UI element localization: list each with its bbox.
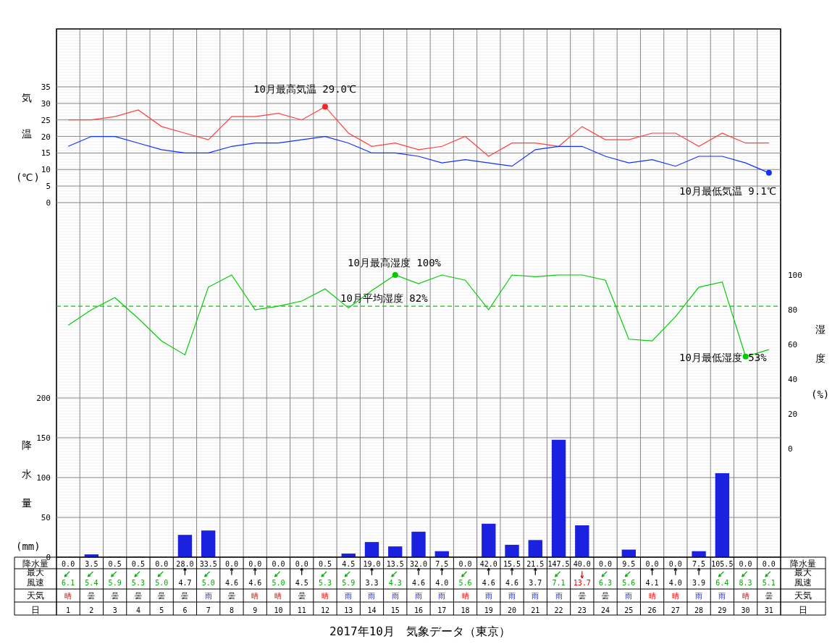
svg-text:風速: 風速 (27, 577, 44, 588)
rain-bar (552, 440, 566, 557)
weather-cell: 曇 (228, 592, 235, 600)
svg-text:25: 25 (41, 116, 51, 125)
day-cell: 27 (671, 606, 680, 614)
svg-text:気: 気 (22, 92, 32, 103)
max-temp-marker (322, 103, 328, 109)
weather-cell: 雨 (532, 592, 539, 600)
wind-cell: 5.0 (272, 579, 285, 587)
svg-text:100: 100 (788, 271, 802, 280)
day-cell: 15 (391, 606, 400, 614)
day-cell: 28 (694, 606, 703, 614)
rain-cell: 9.5 (622, 560, 635, 568)
day-cell: 10 (274, 606, 282, 614)
weather-chart: 05101520253035気温(℃)020406080100湿度(%)0501… (0, 0, 840, 644)
svg-text:(mm): (mm) (16, 541, 41, 552)
rain-cell: 0.5 (109, 560, 122, 568)
svg-text:200: 200 (36, 394, 51, 403)
wind-cell: 6.1 (62, 579, 75, 587)
day-cell: 3 (113, 606, 117, 614)
day-cell: 11 (298, 606, 306, 614)
wind-cell: 5.3 (132, 579, 145, 587)
weather-cell: 曇 (158, 592, 165, 600)
day-cell: 6 (182, 606, 187, 614)
svg-text:30: 30 (41, 99, 51, 109)
ann-min-hum: 10月最低湿度 53% (679, 352, 767, 363)
day-cell: 1 (66, 606, 70, 614)
rain-cell: 4.5 (342, 560, 355, 568)
weather-cell: 雨 (345, 592, 352, 600)
weather-cell: 曇 (765, 592, 773, 600)
day-cell: 24 (601, 606, 610, 614)
rain-cell: 40.0 (574, 560, 591, 568)
wind-cell: 5.6 (458, 579, 471, 587)
svg-text:最大: 最大 (794, 567, 812, 577)
wind-cell: 4.7 (178, 579, 191, 587)
weather-cell: 晴 (274, 592, 282, 600)
chart-svg: 05101520253035気温(℃)020406080100湿度(%)0501… (0, 0, 840, 644)
svg-text:(℃): (℃) (16, 171, 40, 183)
rain-cell: 0.0 (646, 560, 659, 568)
rain-bar (505, 545, 518, 557)
rain-cell: 15.5 (503, 560, 521, 568)
weather-cell: 曇 (298, 592, 306, 600)
weather-cell: 雨 (438, 592, 445, 600)
weather-cell: 雨 (392, 592, 399, 600)
day-cell: 25 (624, 606, 633, 614)
rain-cell: 42.0 (480, 560, 497, 568)
rain-cell: 0.0 (62, 560, 75, 568)
chart-title: 2017年10月 気象データ（東京） (329, 624, 511, 638)
weather-cell: 曇 (112, 592, 119, 600)
wind-cell: 4.6 (225, 579, 238, 587)
rain-bar (435, 551, 449, 557)
ann-min-temp: 10月最低気温 9.1℃ (679, 185, 776, 197)
rain-cell: 33.5 (200, 560, 217, 568)
rain-bar (411, 532, 425, 557)
rain-cell: 0.0 (599, 560, 612, 568)
rain-cell: 13.5 (387, 560, 404, 568)
day-cell: 29 (718, 606, 726, 614)
weather-cell: 曇 (579, 592, 586, 600)
svg-text:(%): (%) (811, 389, 829, 400)
day-cell: 20 (508, 606, 516, 614)
svg-text:20: 20 (41, 132, 51, 142)
rain-bar (529, 540, 542, 557)
weather-cell: 晴 (649, 592, 656, 600)
rain-bar (715, 473, 729, 557)
rain-bar (178, 535, 192, 557)
wind-cell: 4.0 (435, 579, 448, 587)
wind-cell: 5.0 (202, 579, 215, 587)
rain-bar (692, 551, 705, 557)
day-cell: 5 (159, 606, 164, 614)
weather-cell: 雨 (718, 592, 726, 600)
rain-cell: 0.0 (272, 560, 285, 568)
day-cell: 26 (648, 606, 657, 614)
day-cell: 31 (765, 606, 773, 614)
svg-text:水: 水 (22, 468, 32, 480)
day-cell: 23 (578, 606, 587, 614)
wind-cell: 4.5 (295, 579, 308, 587)
ann-max-hum: 10月最高湿度 100% (348, 257, 442, 268)
weather-cell: 雨 (205, 592, 212, 600)
min-temp-marker (766, 170, 772, 176)
wind-cell: 3.3 (365, 579, 378, 587)
svg-text:60: 60 (788, 340, 797, 349)
svg-text:40: 40 (788, 375, 797, 384)
weather-cell: 晴 (64, 592, 72, 600)
rain-bar (342, 554, 356, 557)
wind-cell: 5.9 (109, 579, 122, 587)
weather-cell: 晴 (251, 592, 259, 600)
svg-text:度: 度 (815, 352, 826, 364)
weather-cell: 雨 (695, 592, 702, 600)
svg-text:80: 80 (788, 305, 797, 315)
weather-cell: 曇 (602, 592, 609, 600)
wind-cell: 5.1 (763, 579, 776, 587)
svg-text:15: 15 (41, 148, 51, 158)
wind-cell: 4.0 (669, 579, 682, 587)
rain-bar (388, 546, 402, 557)
wind-cell: 4.6 (505, 579, 518, 587)
weather-cell: 雨 (368, 592, 375, 600)
svg-text:35: 35 (41, 82, 51, 92)
svg-text:0: 0 (788, 444, 793, 454)
svg-text:100: 100 (36, 473, 51, 483)
wind-cell: 6.4 (715, 579, 728, 587)
